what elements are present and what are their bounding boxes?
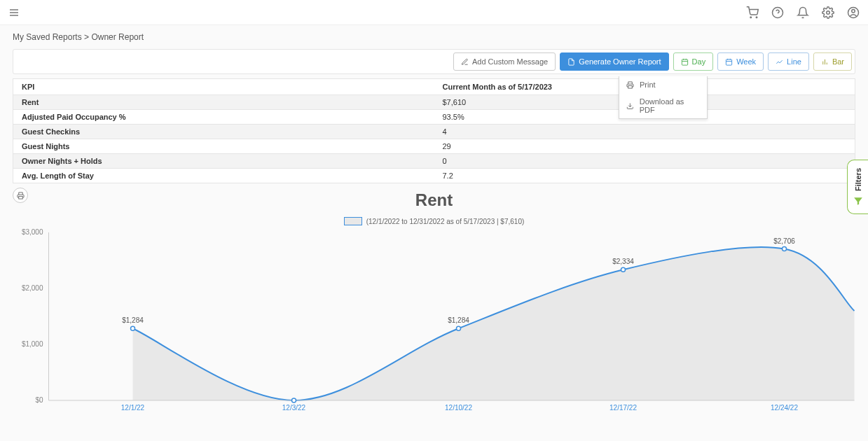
cart-icon[interactable] (746, 6, 759, 19)
breadcrumb-sep: > (84, 32, 89, 42)
kpi-label: Rent (13, 95, 434, 110)
legend-swatch (344, 217, 362, 225)
svg-text:12/17/22: 12/17/22 (609, 404, 637, 412)
menu-item-label: Download as PDF (640, 97, 700, 114)
svg-point-9 (852, 9, 855, 13)
kpi-label: Guest Checkins (13, 125, 434, 139)
filters-label: Filters (854, 168, 862, 191)
svg-text:$2,334: $2,334 (612, 258, 634, 265)
svg-text:$1,000: $1,000 (22, 340, 43, 348)
print-menu-item[interactable]: Print (619, 76, 707, 93)
bell-icon[interactable] (797, 6, 809, 19)
add-custom-message-button[interactable]: Add Custom Message (453, 52, 556, 71)
svg-rect-14 (726, 59, 732, 64)
gear-icon[interactable] (822, 6, 834, 19)
svg-point-41 (783, 247, 787, 251)
week-button[interactable]: Week (717, 52, 764, 71)
kpi-label: Avg. Length of Stay (13, 169, 434, 183)
table-row: Guest Nights29 (13, 139, 855, 154)
kpi-table: KPI Current Month as of 5/17/2023 Rent$7… (13, 78, 855, 183)
generate-report-dropdown: Print Download as PDF (619, 76, 708, 119)
user-icon[interactable] (847, 6, 860, 19)
button-label: Week (736, 57, 756, 66)
kpi-value: 0 (434, 154, 855, 169)
table-row: Owner Nights + Holds0 (13, 154, 855, 169)
table-row: Guest Checkins4 (13, 125, 855, 139)
svg-point-7 (827, 10, 830, 14)
kpi-value: 29 (434, 139, 855, 154)
line-chart-button[interactable]: Line (768, 52, 809, 71)
svg-rect-10 (682, 59, 687, 64)
topbar (0, 0, 868, 25)
kpi-value: 4 (434, 125, 855, 139)
help-icon[interactable] (771, 6, 784, 19)
table-header-kpi: KPI (13, 79, 434, 95)
svg-rect-21 (628, 85, 633, 88)
svg-text:$2,000: $2,000 (22, 284, 43, 292)
svg-point-30 (131, 326, 135, 330)
svg-text:12/10/22: 12/10/22 (445, 404, 472, 412)
svg-text:$2,706: $2,706 (773, 237, 795, 245)
svg-text:$1,284: $1,284 (448, 316, 469, 324)
button-label: Generate Owner Report (579, 57, 661, 66)
svg-text:$3,000: $3,000 (22, 228, 43, 236)
button-label: Day (692, 57, 706, 66)
svg-point-33 (292, 398, 296, 402)
table-row: Adjusted Paid Occupancy %93.5% (13, 110, 855, 125)
report-toolbar: Add Custom Message Generate Owner Report… (13, 49, 855, 74)
svg-rect-23 (18, 196, 22, 199)
svg-text:$1,284: $1,284 (122, 316, 144, 324)
svg-text:12/24/22: 12/24/22 (771, 404, 798, 412)
download-pdf-menu-item[interactable]: Download as PDF (619, 93, 707, 118)
svg-point-3 (750, 17, 752, 18)
legend-text: (12/1/2022 to 12/31/2022 as of 5/17/2023… (366, 218, 525, 225)
hamburger-menu-icon[interactable] (8, 7, 20, 18)
svg-point-38 (621, 267, 626, 272)
svg-point-35 (457, 326, 461, 330)
generate-owner-report-button[interactable]: Generate Owner Report (560, 52, 668, 71)
filters-tab[interactable]: Filters (847, 160, 868, 214)
bar-chart-button[interactable]: Bar (813, 52, 852, 71)
svg-text:12/1/22: 12/1/22 (121, 404, 145, 412)
table-row: Avg. Length of Stay7.2 (13, 169, 855, 183)
kpi-value: 7.2 (434, 169, 855, 183)
svg-text:$0: $0 (35, 396, 43, 404)
table-row: Rent$7,610 (13, 95, 855, 110)
button-label: Add Custom Message (472, 57, 548, 66)
svg-text:12/3/22: 12/3/22 (282, 404, 306, 412)
breadcrumb: My Saved Reports > Owner Report (0, 25, 868, 49)
breadcrumb-parent[interactable]: My Saved Reports (13, 32, 82, 42)
button-label: Bar (832, 57, 844, 66)
rent-line-chart: $0$1,000$2,000$3,000$1,28412/1/2212/3/22… (13, 225, 855, 418)
kpi-label: Guest Nights (13, 139, 434, 154)
kpi-label: Adjusted Paid Occupancy % (13, 110, 434, 125)
menu-item-label: Print (640, 80, 656, 89)
button-label: Line (787, 57, 801, 66)
chart-legend: (12/1/2022 to 12/31/2022 as of 5/17/2023… (13, 217, 855, 225)
kpi-label: Owner Nights + Holds (13, 154, 434, 169)
svg-point-4 (756, 17, 757, 18)
breadcrumb-current: Owner Report (91, 32, 144, 42)
day-button[interactable]: Day (673, 52, 714, 71)
chart-title: Rent (13, 190, 855, 210)
